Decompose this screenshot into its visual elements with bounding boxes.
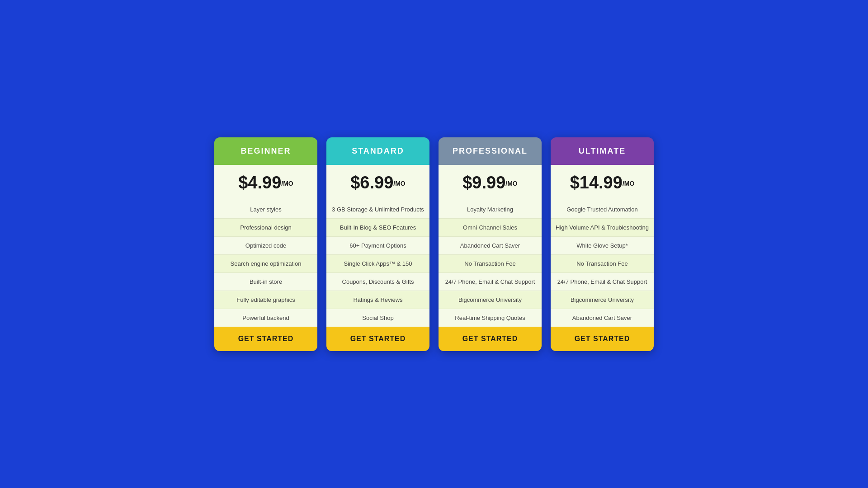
plan-price-value-standard: $6.99	[350, 173, 393, 192]
plan-footer-professional: GET STARTED	[439, 327, 542, 351]
feature-item: 24/7 Phone, Email & Chat Support	[551, 273, 654, 291]
feature-item: High Volume API & Troubleshooting	[551, 219, 654, 237]
feature-item: Real-time Shipping Quotes	[439, 309, 542, 327]
plan-card-standard: STANDARD$6.99/MO3 GB Storage & Unlimited…	[326, 137, 429, 351]
plan-price-value-ultimate: $14.99	[570, 173, 623, 192]
plan-card-ultimate: ULTIMATE$14.99/MOGoogle Trusted Automati…	[551, 137, 654, 351]
feature-item: Ratings & Reviews	[326, 291, 429, 309]
feature-item: Layer styles	[214, 201, 317, 219]
plan-price-ultimate: $14.99/MO	[551, 165, 654, 201]
feature-item: 24/7 Phone, Email & Chat Support	[439, 273, 542, 291]
feature-item: White Glove Setup*	[551, 237, 654, 255]
plan-price-period-beginner: /MO	[281, 179, 293, 187]
feature-item: Professional design	[214, 219, 317, 237]
feature-item: Bigcommerce University	[439, 291, 542, 309]
feature-item: Abandoned Cart Saver	[551, 309, 654, 327]
feature-item: Bigcommerce University	[551, 291, 654, 309]
feature-item: Built-In Blog & SEO Features	[326, 219, 429, 237]
plan-card-professional: PROFESSIONAL$9.99/MOLoyalty MarketingOmn…	[439, 137, 542, 351]
feature-item: No Transaction Fee	[439, 255, 542, 273]
plan-footer-standard: GET STARTED	[326, 327, 429, 351]
feature-item: Optimized code	[214, 237, 317, 255]
get-started-button-standard[interactable]: GET STARTED	[331, 335, 425, 343]
feature-item: Built-in store	[214, 273, 317, 291]
plan-price-value-beginner: $4.99	[238, 173, 281, 192]
plan-price-period-ultimate: /MO	[623, 179, 634, 187]
feature-item: Omni-Channel Sales	[439, 219, 542, 237]
plan-header-ultimate: ULTIMATE	[551, 137, 654, 165]
feature-item: Powerful backend	[214, 309, 317, 327]
plan-footer-beginner: GET STARTED	[214, 327, 317, 351]
plan-price-value-professional: $9.99	[462, 173, 505, 192]
plan-footer-ultimate: GET STARTED	[551, 327, 654, 351]
feature-item: Coupons, Discounts & Gifts	[326, 273, 429, 291]
feature-item: Social Shop	[326, 309, 429, 327]
plan-header-standard: STANDARD	[326, 137, 429, 165]
get-started-button-beginner[interactable]: GET STARTED	[219, 335, 313, 343]
plan-card-beginner: BEGINNER$4.99/MOLayer stylesProfessional…	[214, 137, 317, 351]
get-started-button-ultimate[interactable]: GET STARTED	[555, 335, 649, 343]
plan-features-standard: 3 GB Storage & Unlimited ProductsBuilt-I…	[326, 201, 429, 327]
plan-price-standard: $6.99/MO	[326, 165, 429, 201]
plan-features-professional: Loyalty MarketingOmni-Channel SalesAband…	[439, 201, 542, 327]
plan-price-period-professional: /MO	[505, 179, 517, 187]
feature-item: Search engine optimization	[214, 255, 317, 273]
plan-features-beginner: Layer stylesProfessional designOptimized…	[214, 201, 317, 327]
feature-item: 60+ Payment Options	[326, 237, 429, 255]
feature-item: Abandoned Cart Saver	[439, 237, 542, 255]
plan-header-beginner: BEGINNER	[214, 137, 317, 165]
plan-header-professional: PROFESSIONAL	[439, 137, 542, 165]
feature-item: Fully editable graphics	[214, 291, 317, 309]
feature-item: Loyalty Marketing	[439, 201, 542, 219]
plan-features-ultimate: Google Trusted AutomationHigh Volume API…	[551, 201, 654, 327]
plan-price-beginner: $4.99/MO	[214, 165, 317, 201]
feature-item: 3 GB Storage & Unlimited Products	[326, 201, 429, 219]
feature-item: Google Trusted Automation	[551, 201, 654, 219]
plan-price-period-standard: /MO	[393, 179, 405, 187]
feature-item: No Transaction Fee	[551, 255, 654, 273]
feature-item: Single Click Apps™ & 150	[326, 255, 429, 273]
pricing-container: BEGINNER$4.99/MOLayer stylesProfessional…	[214, 137, 654, 351]
plan-price-professional: $9.99/MO	[439, 165, 542, 201]
get-started-button-professional[interactable]: GET STARTED	[443, 335, 537, 343]
